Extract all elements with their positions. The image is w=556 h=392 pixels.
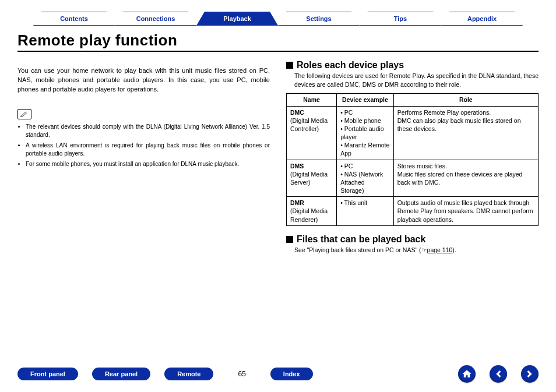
- cell-example: • This unit: [337, 197, 394, 226]
- tab-tips[interactable]: Tips: [360, 12, 441, 26]
- next-page-button[interactable]: [521, 365, 539, 383]
- pill-label: Index: [283, 370, 300, 377]
- section-heading-files: Files that can be played back: [286, 234, 539, 245]
- rear-panel-button[interactable]: Rear panel: [92, 368, 150, 380]
- cell-example: • PC• Mobile phone• Portable audio playe…: [337, 106, 394, 160]
- section-heading-roles: Roles each device plays: [286, 60, 539, 70]
- note-item: A wireless LAN environment is required f…: [26, 142, 270, 158]
- roles-table: Name Device example Role DMC(Digital Med…: [286, 93, 539, 225]
- table-row: DMS(Digital Media Server)• PC• NAS (Netw…: [287, 160, 539, 197]
- section-heading-text: Roles each device plays: [297, 60, 404, 70]
- table-row: DMR(Digital Media Renderer)• This unitOu…: [287, 197, 539, 226]
- prev-page-button[interactable]: [490, 365, 507, 383]
- cell-name-sub: (Digital Media Controller): [290, 117, 328, 132]
- footer-bar: Front panel Rear panel Remote 65 Index: [17, 365, 539, 383]
- cell-name-bold: DMS: [290, 163, 304, 169]
- cell-role: Stores music files.Music files stored on…: [393, 160, 538, 197]
- col-name: Name: [287, 94, 337, 106]
- tab-label: Playback: [223, 15, 251, 22]
- home-icon: [462, 369, 472, 379]
- cell-role: Outputs audio of music files played back…: [393, 197, 538, 226]
- tab-playback[interactable]: Playback: [196, 12, 278, 26]
- col-role: Role: [393, 94, 538, 106]
- files-sub: See "Playing back files stored on PC or …: [294, 246, 539, 255]
- cell-name-sub: (Digital Media Server): [290, 171, 328, 186]
- table-row: DMC(Digital Media Controller)• PC• Mobil…: [287, 106, 539, 160]
- tab-settings[interactable]: Settings: [278, 12, 360, 26]
- nav-tabs: Contents Connections Playback Settings T…: [17, 12, 539, 26]
- cell-role: Performs Remote Play operations.DMC can …: [393, 106, 538, 160]
- note-item: For some mobile phones, you must install…: [26, 160, 270, 168]
- home-button[interactable]: [458, 365, 476, 383]
- index-button[interactable]: Index: [270, 368, 313, 380]
- page-link[interactable]: page 110: [427, 246, 453, 253]
- tab-connections[interactable]: Connections: [115, 12, 196, 26]
- notes-list: The relevant devices should comply with …: [17, 123, 270, 168]
- tab-label: Settings: [306, 15, 331, 22]
- note-item: The relevant devices should comply with …: [26, 123, 270, 139]
- cell-name: DMR(Digital Media Renderer): [287, 197, 337, 226]
- intro-paragraph: You can use your home network to play ba…: [17, 66, 270, 94]
- section-heading-text: Files that can be played back: [297, 234, 425, 245]
- arrow-left-icon: [493, 369, 504, 379]
- remote-button[interactable]: Remote: [164, 368, 213, 380]
- cell-name: DMC(Digital Media Controller): [287, 106, 337, 160]
- cell-example: • PC• NAS (Network Attached Storage): [337, 160, 394, 197]
- pill-label: Front panel: [30, 370, 65, 377]
- tab-appendix[interactable]: Appendix: [441, 12, 523, 26]
- files-text-pre: See "Playing back files stored on PC or …: [294, 246, 421, 253]
- pencil-note-icon: [17, 109, 31, 119]
- pointer-icon: ☞: [421, 246, 427, 253]
- section-sub: The following devices are used for Remot…: [294, 72, 539, 89]
- arrow-right-icon: [525, 369, 535, 379]
- page-title: Remote play function: [17, 31, 539, 50]
- files-text-post: ).: [452, 246, 456, 253]
- cell-name: DMS(Digital Media Server): [287, 160, 337, 197]
- pill-label: Rear panel: [105, 370, 138, 377]
- tab-contents[interactable]: Contents: [33, 12, 115, 26]
- tab-label: Connections: [136, 15, 175, 22]
- cell-name-sub: (Digital Media Renderer): [290, 207, 328, 223]
- cell-name-bold: DMR: [290, 199, 304, 206]
- pill-label: Remote: [177, 370, 200, 377]
- front-panel-button[interactable]: Front panel: [17, 368, 78, 380]
- tab-label: Tips: [394, 15, 407, 22]
- page-number: 65: [238, 370, 245, 378]
- title-rule: [17, 51, 539, 52]
- tab-label: Contents: [60, 15, 88, 22]
- tab-label: Appendix: [467, 15, 497, 22]
- col-example: Device example: [337, 94, 394, 106]
- cell-name-bold: DMC: [290, 109, 304, 116]
